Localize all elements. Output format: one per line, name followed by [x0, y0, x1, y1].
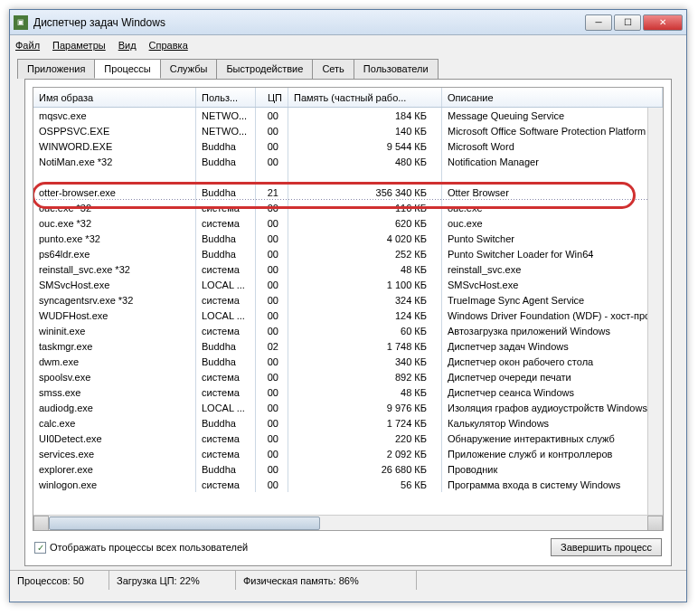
cell-cpu: 00: [256, 477, 288, 492]
table-row[interactable]: ouc.exe *32система00116 КБouc.exe: [33, 200, 663, 215]
table-row[interactable]: [33, 169, 663, 185]
table-row[interactable]: explorer.exeBuddha0026 680 КБПроводник: [33, 461, 663, 477]
show-all-users-label: Отображать процессы всех пользователей: [50, 542, 248, 553]
cell-image: UI0Detect.exe: [33, 431, 196, 446]
cell-memory: 1 748 КБ: [288, 338, 442, 354]
cell-description: TrueImage Sync Agent Service: [442, 292, 663, 308]
table-row[interactable]: syncagentsrv.exe *32система00324 КБTrueI…: [33, 292, 663, 308]
cell-cpu: 00: [256, 323, 288, 338]
cell-memory: 26 680 КБ: [288, 461, 442, 477]
table-row[interactable]: dwm.exeBuddha00340 КБДиспетчер окон рабо…: [33, 354, 663, 369]
table-row[interactable]: spoolsv.exeсистема00892 КБДиспетчер очер…: [33, 369, 663, 384]
scrollbar-horizontal[interactable]: [33, 515, 663, 530]
cell-user: [196, 169, 256, 185]
table-row[interactable]: winlogon.exeсистема0056 КБПрограмма вход…: [33, 477, 663, 492]
app-icon: ▣: [14, 15, 28, 30]
table-row[interactable]: taskmgr.exeBuddha021 748 КБДиспетчер зад…: [33, 338, 663, 354]
table-row[interactable]: ouc.exe *32система00620 КБouc.exe: [33, 215, 663, 231]
cell-image: punto.exe *32: [33, 231, 196, 246]
tab-processes[interactable]: Процессы: [94, 59, 160, 79]
process-list[interactable]: Имя образа Польз... ЦП Память (частный р…: [33, 87, 664, 531]
cell-description: Проводник: [442, 461, 663, 477]
cell-memory: 892 КБ: [288, 369, 442, 384]
end-process-button[interactable]: Завершить процесс: [551, 538, 662, 556]
cell-user: Buddha: [196, 138, 256, 154]
cell-cpu: 21: [256, 185, 288, 200]
cell-description: Обнаружение интерактивных служб: [442, 431, 663, 446]
col-memory[interactable]: Память (частный рабо...: [288, 88, 442, 107]
cell-description: Приложение служб и контроллеров: [442, 446, 663, 461]
table-row[interactable]: calc.exeBuddha001 724 КБКалькулятор Wind…: [33, 415, 663, 431]
table-row[interactable]: WINWORD.EXEBuddha009 544 КБMicrosoft Wor…: [33, 138, 663, 154]
table-row[interactable]: audiodg.exeLOCAL ...009 976 КБИзоляция г…: [33, 400, 663, 415]
status-memory: Физическая память: 86%: [236, 571, 417, 590]
menu-view[interactable]: Вид: [118, 40, 137, 51]
table-row[interactable]: punto.exe *32Buddha004 020 КБPunto Switc…: [33, 231, 663, 246]
table-row[interactable]: reinstall_svc.exe *32система0048 КБreins…: [33, 261, 663, 277]
cell-image: wininit.exe: [33, 323, 196, 338]
col-description[interactable]: Описание: [442, 88, 663, 107]
table-row[interactable]: OSPPSVC.EXENETWO...00140 КБMicrosoft Off…: [33, 123, 663, 138]
tab-services[interactable]: Службы: [160, 59, 218, 79]
cell-description: Диспетчер сеанса Windows: [442, 384, 663, 400]
cell-cpu: 00: [256, 308, 288, 323]
cell-description: Message Queuing Service: [442, 108, 663, 123]
cell-cpu: 00: [256, 384, 288, 400]
tab-strip: Приложения Процессы Службы Быстродействи…: [10, 55, 686, 570]
titlebar[interactable]: ▣ Диспетчер задач Windows ─ ☐ ✕: [10, 10, 686, 35]
tab-performance[interactable]: Быстродействие: [216, 59, 313, 79]
cell-memory: [288, 169, 442, 185]
status-processes: Процессов: 50: [10, 571, 109, 590]
cell-cpu: 00: [256, 446, 288, 461]
close-button[interactable]: ✕: [643, 14, 683, 31]
cell-user: LOCAL ...: [196, 308, 256, 323]
cell-description: reinstall_svc.exe: [442, 261, 663, 277]
cell-image: taskmgr.exe: [33, 338, 196, 354]
cell-user: система: [196, 369, 256, 384]
cell-user: система: [196, 384, 256, 400]
cell-description: ouc.exe: [442, 200, 663, 215]
table-row[interactable]: smss.exeсистема0048 КБДиспетчер сеанса W…: [33, 384, 663, 400]
cell-memory: 4 020 КБ: [288, 231, 442, 246]
maximize-button[interactable]: ☐: [614, 14, 641, 31]
tab-applications[interactable]: Приложения: [17, 59, 95, 79]
tab-network[interactable]: Сеть: [312, 59, 354, 79]
table-row[interactable]: SMSvcHost.exeLOCAL ...001 100 КБSMSvcHos…: [33, 277, 663, 292]
cell-user: Buddha: [196, 246, 256, 261]
table-row[interactable]: ps64ldr.exeBuddha00252 КБPunto Switcher …: [33, 246, 663, 261]
cell-memory: 48 КБ: [288, 261, 442, 277]
cell-description: Программа входа в систему Windows: [442, 477, 663, 492]
cell-cpu: 00: [256, 354, 288, 369]
col-image[interactable]: Имя образа: [33, 88, 196, 107]
menu-options[interactable]: Параметры: [52, 40, 106, 51]
table-row[interactable]: mqsvc.exeNETWO...00184 КБMessage Queuing…: [33, 108, 663, 123]
menu-file[interactable]: Файл: [15, 40, 40, 51]
col-user[interactable]: Польз...: [196, 88, 256, 107]
cell-user: NETWO...: [196, 123, 256, 138]
col-cpu[interactable]: ЦП: [256, 88, 288, 107]
menu-help[interactable]: Справка: [149, 40, 188, 51]
minimize-button[interactable]: ─: [585, 14, 612, 31]
cell-cpu: 00: [256, 369, 288, 384]
table-row[interactable]: NotiMan.exe *32Buddha00480 КБNotificatio…: [33, 154, 663, 169]
table-row[interactable]: WUDFHost.exeLOCAL ...00124 КБWindows Dri…: [33, 308, 663, 323]
table-row[interactable]: wininit.exeсистема0060 КБАвтозагрузка пр…: [33, 323, 663, 338]
table-row[interactable]: UI0Detect.exeсистема00220 КБОбнаружение …: [33, 431, 663, 446]
cell-user: LOCAL ...: [196, 277, 256, 292]
cell-description: Microsoft Word: [442, 138, 663, 154]
cell-image: ps64ldr.exe: [33, 246, 196, 261]
table-row[interactable]: otter-browser.exeBuddha21356 340 КБOtter…: [33, 185, 663, 200]
cell-description: Notification Manager: [442, 154, 663, 169]
cell-memory: 60 КБ: [288, 323, 442, 338]
cell-cpu: 00: [256, 123, 288, 138]
cell-cpu: 00: [256, 108, 288, 123]
scrollbar-vertical[interactable]: [647, 108, 663, 515]
tab-users[interactable]: Пользователи: [354, 59, 439, 79]
show-all-users-checkbox[interactable]: ✓ Отображать процессы всех пользователей: [34, 542, 248, 554]
cell-memory: 480 КБ: [288, 154, 442, 169]
cell-description: Калькулятор Windows: [442, 415, 663, 431]
table-row[interactable]: services.exeсистема002 092 КБПриложение …: [33, 446, 663, 461]
cell-user: Buddha: [196, 154, 256, 169]
cell-user: NETWO...: [196, 108, 256, 123]
cell-cpu: 00: [256, 431, 288, 446]
